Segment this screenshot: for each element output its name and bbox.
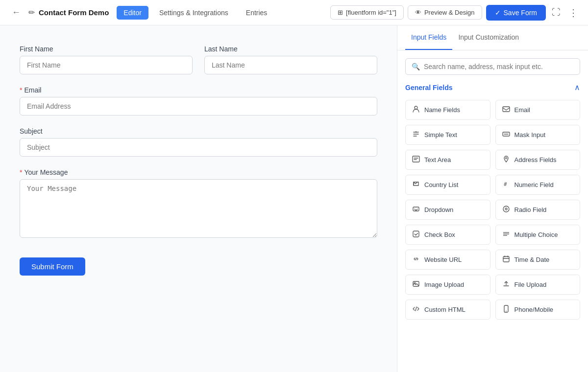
email-input[interactable] (20, 97, 377, 116)
shortcode-button[interactable]: ⊞ [fluentform id="1"] (330, 5, 404, 20)
field-icon-image (412, 280, 420, 289)
field-item-mask[interactable]: Mask Input (495, 125, 581, 145)
field-icon-date (502, 255, 511, 264)
tab-input-customization[interactable]: Input Customization (452, 25, 525, 50)
field-icon-person (412, 105, 420, 115)
field-item-image[interactable]: Image Upload (405, 275, 490, 295)
field-icon-file (502, 280, 511, 289)
submit-button[interactable]: Submit Form (20, 257, 85, 276)
field-label-html: Custom HTML (424, 306, 466, 313)
save-label: Save Form (504, 9, 537, 17)
field-item-textarea[interactable]: Text Area (405, 150, 490, 170)
field-item-phone[interactable]: Phone/Mobile (495, 300, 581, 320)
section-header: General Fields ∧ (405, 83, 580, 92)
field-item-text[interactable]: Simple Text (405, 125, 490, 145)
subject-label: Subject (20, 127, 377, 135)
field-item-country[interactable]: Country List (405, 175, 490, 195)
field-item-date[interactable]: Time & Date (495, 250, 581, 270)
form-icon: ✏ (28, 8, 35, 17)
email-label: * Email (20, 86, 377, 94)
svg-point-7 (503, 206, 509, 212)
svg-point-4 (505, 158, 507, 159)
back-button[interactable]: ← (8, 5, 24, 20)
email-row: * Email (20, 86, 377, 116)
subject-input[interactable] (20, 138, 377, 157)
section-title: General Fields (405, 84, 452, 92)
search-box: 🔍 (405, 58, 580, 75)
field-item-email[interactable]: Email (495, 100, 581, 120)
field-icon-mask (502, 130, 511, 140)
field-icon-text (412, 130, 420, 140)
field-item-url[interactable]: Website URL (405, 250, 490, 270)
message-group: * Your Message (20, 168, 377, 238)
svg-point-17 (506, 311, 507, 312)
first-name-group: First Name (20, 45, 193, 74)
field-icon-multiple (502, 230, 511, 239)
svg-point-8 (505, 208, 507, 210)
svg-rect-13 (503, 256, 509, 262)
field-label-mask: Mask Input (514, 131, 546, 139)
last-name-input[interactable] (204, 56, 377, 74)
field-label-checkbox: Check Box (424, 231, 455, 238)
field-label-file: File Upload (514, 281, 547, 288)
first-name-input[interactable] (20, 56, 193, 74)
right-panel: Input Fields Input Customization 🔍 Gener… (397, 25, 588, 372)
svg-rect-1 (503, 107, 510, 112)
save-icon: ✓ (495, 9, 501, 17)
email-group: * Email (20, 86, 377, 116)
search-input[interactable] (424, 63, 574, 70)
field-label-person: Name Fields (424, 106, 460, 114)
field-item-numeric[interactable]: #Numeric Field (495, 175, 581, 195)
field-item-checkbox[interactable]: Check Box (405, 225, 490, 245)
preview-button[interactable]: 👁 Preview & Design (408, 5, 482, 20)
shortcode-icon: ⊞ (338, 9, 343, 16)
field-icon-numeric: # (502, 180, 511, 189)
more-options-button[interactable]: ⋮ (566, 5, 580, 21)
field-item-radio[interactable]: Radio Field (495, 200, 581, 220)
field-icon-radio (502, 205, 511, 214)
tab-editor[interactable]: Editor (117, 6, 148, 20)
collapse-button[interactable]: ∧ (574, 83, 580, 92)
message-label: * Your Message (20, 168, 377, 176)
field-label-url: Website URL (424, 256, 462, 263)
search-container: 🔍 (397, 50, 588, 83)
preview-label: Preview & Design (424, 9, 475, 16)
field-label-radio: Radio Field (514, 206, 547, 213)
field-item-file[interactable]: File Upload (495, 275, 581, 295)
field-icon-checkbox (412, 230, 420, 239)
field-label-email: Email (514, 106, 531, 114)
field-item-person[interactable]: Name Fields (405, 100, 490, 120)
tab-input-fields[interactable]: Input Fields (405, 25, 452, 50)
field-item-dropdown[interactable]: Dropdown (405, 200, 490, 220)
field-label-phone: Phone/Mobile (514, 306, 554, 313)
field-label-country: Country List (424, 181, 458, 188)
field-item-html[interactable]: Custom HTML (405, 300, 490, 320)
field-icon-dropdown (412, 205, 420, 214)
main-layout: First Name Last Name * Email Subject (0, 25, 588, 372)
eye-icon: 👁 (415, 9, 421, 16)
expand-button[interactable]: ⛶ (550, 5, 563, 20)
field-item-multiple[interactable]: Multiple Choice (495, 225, 581, 245)
tab-settings[interactable]: Settings & Integrations (152, 6, 235, 20)
svg-rect-9 (413, 231, 419, 237)
field-icon-phone (502, 305, 511, 314)
top-navigation: ← ✏ Contact Form Demo Editor Settings & … (0, 0, 588, 25)
field-label-dropdown: Dropdown (424, 206, 453, 213)
subject-group: Subject (20, 127, 377, 157)
field-item-address[interactable]: Address Fields (495, 150, 581, 170)
search-icon: 🔍 (412, 63, 420, 70)
field-label-textarea: Text Area (424, 156, 451, 163)
field-label-image: Image Upload (424, 281, 464, 288)
save-button[interactable]: ✓ Save Form (486, 5, 546, 21)
field-label-date: Time & Date (514, 256, 550, 263)
message-textarea[interactable] (20, 179, 377, 238)
svg-point-15 (414, 282, 416, 284)
message-required: * (20, 168, 22, 176)
svg-text:#: # (504, 181, 507, 187)
field-label-text: Simple Text (424, 131, 457, 139)
field-icon-country (412, 180, 420, 189)
last-name-group: Last Name (204, 45, 377, 74)
message-row: * Your Message (20, 168, 377, 238)
tab-entries[interactable]: Entries (239, 6, 274, 20)
form-editor: First Name Last Name * Email Subject (0, 25, 397, 372)
